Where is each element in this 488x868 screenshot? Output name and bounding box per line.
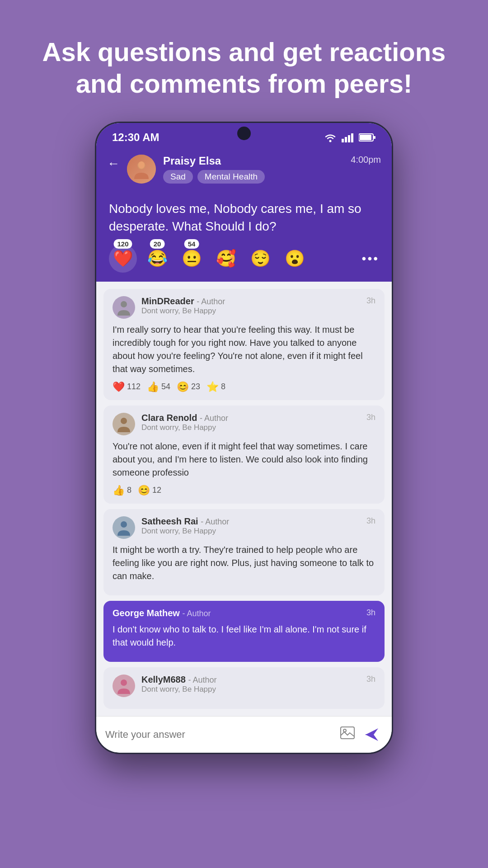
comment-author: Clara Renold - Author [141, 413, 360, 423]
comment-author: George Mathew - Author [113, 608, 360, 618]
comment-card: MinDReader - Author Dont worry, Be Happy… [103, 289, 385, 400]
svg-rect-7 [374, 136, 375, 139]
svg-point-14 [121, 679, 127, 686]
comment-card: Clara Renold - Author Dont worry, Be Hap… [103, 406, 385, 504]
comment-meta: KellyM688 - Author Dont worry, Be Happy [141, 675, 360, 694]
comment-time: 3h [366, 608, 375, 618]
comment-avatar [113, 413, 135, 435]
phone-frame: 12:30 AM [95, 122, 393, 754]
comment-header: Satheesh Rai - Author Dont worry, Be Hap… [113, 516, 375, 539]
reaction-calm[interactable]: 😌 [246, 245, 274, 273]
comment-header: George Mathew - Author 3h [113, 608, 375, 618]
post-content: Nobody loves me, Nobody cares me, I am s… [96, 193, 392, 281]
comment-author: MinDReader - Author [141, 296, 360, 307]
emoji-calm[interactable]: 😌 [246, 245, 274, 273]
reaction-neutral[interactable]: 54 😐 [178, 245, 206, 273]
svg-point-13 [121, 521, 127, 528]
svg-point-10 [138, 161, 145, 169]
comment-meta: George Mathew - Author [113, 608, 360, 618]
comment-card: KellyM688 - Author Dont worry, Be Happy … [103, 667, 385, 709]
emoji-heart[interactable]: ❤️ [109, 245, 137, 273]
reaction-count-120: 120 [113, 239, 132, 249]
comment-meta: Clara Renold - Author Dont worry, Be Hap… [141, 413, 360, 432]
comment-avatar [113, 516, 135, 539]
page-background: Ask questions and get reactions and comm… [0, 0, 488, 868]
comment-header: MinDReader - Author Dont worry, Be Happy… [113, 296, 375, 319]
send-button[interactable] [361, 724, 383, 745]
comment-header: Clara Renold - Author Dont worry, Be Hap… [113, 413, 375, 435]
c-reaction-smile[interactable]: 😊 12 [138, 485, 161, 496]
reaction-love[interactable]: 🥰 [212, 245, 240, 273]
reaction-count-54: 54 [184, 239, 199, 249]
user-avatar [127, 155, 156, 184]
comment-author: KellyM688 - Author [141, 675, 360, 685]
tag-mental-health: Mental Health [197, 170, 265, 184]
comment-text: You're not alone, even if it might feel … [113, 440, 375, 479]
c-reaction-star[interactable]: ⭐ 8 [206, 381, 225, 393]
app-header: ← Praisy Elsa Sad [96, 147, 392, 193]
header-tags: Sad Mental Health [163, 170, 343, 184]
comment-time: 3h [366, 516, 375, 526]
comment-text: I'm really sorry to hear that you're fee… [113, 323, 375, 376]
avatar-image [127, 155, 156, 184]
comment-reactions: 👍 8 😊 12 [113, 485, 375, 496]
comment-text: It might be worth a try. They're trained… [113, 543, 375, 583]
headline: Ask questions and get reactions and comm… [15, 0, 473, 122]
comment-role: Dont worry, Be Happy [141, 423, 360, 432]
header-username: Praisy Elsa [163, 155, 343, 167]
reaction-shocked[interactable]: 😮 [281, 245, 309, 273]
status-bar: 12:30 AM [96, 123, 392, 147]
status-icons [324, 132, 376, 142]
post-text: Nobody loves me, Nobody cares me, I am s… [109, 200, 379, 235]
phone-screen: 12:30 AM [96, 123, 392, 752]
c-reaction-heart[interactable]: ❤️ 112 [113, 381, 141, 393]
post-time: 4:00pm [351, 155, 381, 165]
svg-point-16 [343, 729, 346, 732]
svg-rect-2 [345, 137, 347, 142]
comment-card: Satheesh Rai - Author Dont worry, Be Hap… [103, 509, 385, 595]
svg-rect-1 [342, 139, 344, 142]
comment-meta: Satheesh Rai - Author Dont worry, Be Hap… [141, 516, 360, 536]
comment-role: Dont worry, Be Happy [141, 527, 360, 536]
svg-point-12 [121, 418, 127, 424]
wifi-icon [324, 132, 337, 142]
comment-role: Dont worry, Be Happy [141, 307, 360, 316]
battery-icon [359, 133, 376, 142]
comment-author: Satheesh Rai - Author [141, 516, 360, 527]
answer-input[interactable] [105, 729, 334, 741]
svg-rect-6 [360, 135, 371, 140]
svg-rect-4 [351, 133, 353, 142]
comment-avatar [113, 296, 135, 319]
tag-sad: Sad [163, 170, 193, 184]
comments-section: MinDReader - Author Dont worry, Be Happy… [96, 282, 392, 716]
c-reaction-thumbs[interactable]: 👍 8 [113, 485, 131, 496]
comment-time: 3h [366, 296, 375, 306]
status-time: 12:30 AM [112, 131, 159, 144]
comment-time: 3h [366, 413, 375, 422]
c-reaction-thumbs[interactable]: 👍 54 [147, 381, 170, 393]
c-reaction-smile[interactable]: 😊 23 [177, 381, 200, 393]
signal-icon [342, 132, 354, 142]
own-comment-card: George Mathew - Author 3h I don't know w… [103, 601, 385, 662]
image-attach-button[interactable] [340, 726, 355, 742]
reaction-heart[interactable]: 120 ❤️ [109, 245, 137, 273]
back-button[interactable]: ← [107, 156, 120, 171]
emoji-laugh[interactable]: 😂 [143, 245, 171, 273]
reaction-laugh[interactable]: 20 😂 [143, 245, 171, 273]
more-reactions-button[interactable]: ••• [362, 251, 379, 266]
emoji-love[interactable]: 🥰 [212, 245, 240, 273]
svg-rect-3 [348, 135, 350, 142]
comment-role: Dont worry, Be Happy [141, 685, 360, 694]
comment-reactions: ❤️ 112 👍 54 😊 23 ⭐ 8 [113, 381, 375, 393]
svg-point-11 [121, 301, 127, 307]
camera-notch [237, 127, 251, 140]
svg-point-0 [329, 140, 332, 142]
reactions-row: 120 ❤️ 20 😂 54 😐 🥰 [109, 245, 379, 273]
comment-meta: MinDReader - Author Dont worry, Be Happy [141, 296, 360, 316]
input-bar [96, 716, 392, 753]
emoji-neutral[interactable]: 😐 [178, 245, 206, 273]
reaction-count-20: 20 [150, 239, 165, 249]
comment-header: KellyM688 - Author Dont worry, Be Happy … [113, 675, 375, 697]
emoji-shocked[interactable]: 😮 [281, 245, 309, 273]
comment-time: 3h [366, 675, 375, 684]
